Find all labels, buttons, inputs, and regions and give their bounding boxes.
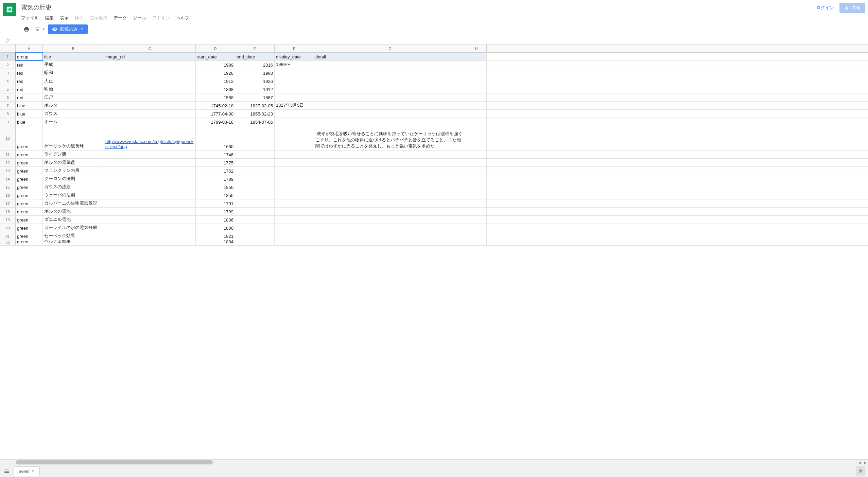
row-header[interactable]: 21 [0,232,16,240]
cell[interactable] [466,53,487,60]
login-link[interactable]: ログイン [816,5,834,11]
cell[interactable]: detail [314,53,466,60]
cell[interactable] [314,159,466,166]
cell[interactable]: green [16,224,43,232]
cell[interactable] [466,224,487,232]
row-header[interactable]: 7 [0,102,16,109]
cell[interactable]: ゲーリッケの硫黄球 [43,126,104,150]
cell[interactable]: 1745-02-18 [196,102,235,109]
scroll-left-icon[interactable]: ◀ [857,460,863,465]
cell[interactable] [314,93,466,101]
select-all-corner[interactable] [0,45,16,52]
cell[interactable] [466,175,487,183]
cell[interactable] [314,102,466,109]
cell[interactable] [235,240,275,245]
cell[interactable]: フランクリンの凧 [43,167,104,175]
cell[interactable] [314,208,466,215]
sheet-tab[interactable]: event ▼ [14,466,40,476]
row-header[interactable]: 17 [0,199,16,207]
cell[interactable] [314,69,466,77]
cell[interactable] [275,85,314,93]
cell[interactable]: green [16,216,43,224]
cell[interactable] [104,224,196,232]
cell[interactable] [314,61,466,69]
cell[interactable] [314,183,466,191]
cell[interactable] [235,224,275,232]
formula-input[interactable] [16,36,868,44]
cell[interactable] [466,69,487,77]
cell[interactable] [104,167,196,175]
cell[interactable] [104,208,196,215]
cell[interactable]: http://www.westatic.com/img/dict/dkijt/g… [104,126,196,150]
cell[interactable] [104,191,196,199]
cell[interactable]: 1827-03-05 [235,102,275,109]
row-header[interactable]: 6 [0,93,16,101]
cell[interactable]: クーロンの法則 [43,175,104,183]
row-header[interactable]: 12 [0,159,16,166]
cell[interactable]: green [16,208,43,215]
cell[interactable] [466,191,487,199]
cell[interactable] [235,199,275,207]
column-header[interactable]: E [235,45,275,52]
cell[interactable] [104,183,196,191]
cell[interactable]: 平成 [43,61,104,69]
cell[interactable] [275,69,314,77]
cell[interactable] [104,159,196,166]
document-title[interactable]: 電気の歴史 [20,3,816,12]
cell[interactable] [235,183,275,191]
cell[interactable] [104,232,196,240]
cell[interactable] [104,216,196,224]
cell[interactable]: ガウス [43,110,104,118]
scrollbar-thumb[interactable] [16,460,213,464]
cell[interactable]: end_date [235,53,275,60]
cell[interactable]: 1777-04-30 [196,110,235,118]
scroll-right-icon[interactable]: ▶ [863,460,868,465]
cell[interactable] [275,216,314,224]
cell[interactable] [314,175,466,183]
cell[interactable] [235,232,275,240]
menu-help[interactable]: ヘルプ [173,14,192,22]
row-header[interactable]: 5 [0,85,16,93]
cell[interactable] [235,159,275,166]
all-sheets-icon[interactable] [3,467,11,475]
cell[interactable] [275,183,314,191]
row-header[interactable]: 4 [0,77,16,85]
cell[interactable] [235,175,275,183]
cell[interactable]: red [16,69,43,77]
cell[interactable]: 1789-03-16 [196,118,235,126]
explore-icon[interactable] [856,466,865,476]
cell[interactable]: title [43,53,104,60]
cell[interactable] [275,208,314,215]
cell[interactable] [275,126,314,150]
cell[interactable]: 1834 [196,240,235,245]
row-header[interactable]: 13 [0,167,16,175]
spreadsheet-grid[interactable]: ABCDEFGH1grouptitleimage_urlstart_dateen… [0,45,868,459]
cell[interactable]: カーライルの水の電気分解 [43,224,104,232]
cell[interactable] [314,240,466,245]
cell[interactable] [314,110,466,118]
column-header[interactable]: B [43,45,104,52]
cell[interactable]: 1854-07-06 [235,118,275,126]
cell[interactable] [466,208,487,215]
cell[interactable] [235,151,275,158]
cell[interactable]: ボルタの電気盆 [43,159,104,166]
cell[interactable]: ゼーベック効果 [43,232,104,240]
cell[interactable] [275,118,314,126]
cell[interactable]: green [16,183,43,191]
cell[interactable] [275,110,314,118]
cell[interactable]: ボルタ [43,102,104,109]
cell[interactable]: green [16,240,43,245]
cell[interactable]: 1850 [196,183,235,191]
cell[interactable] [314,232,466,240]
cell[interactable] [235,216,275,224]
cell[interactable]: 2016 [235,61,275,69]
row-header[interactable]: 19 [0,216,16,224]
cell[interactable] [466,199,487,207]
cell[interactable] [466,240,487,245]
cell[interactable] [466,151,487,158]
cell[interactable] [275,93,314,101]
row-header[interactable]: 18 [0,208,16,215]
cell[interactable] [235,126,275,150]
cell[interactable]: red [16,93,43,101]
cell[interactable] [314,216,466,224]
